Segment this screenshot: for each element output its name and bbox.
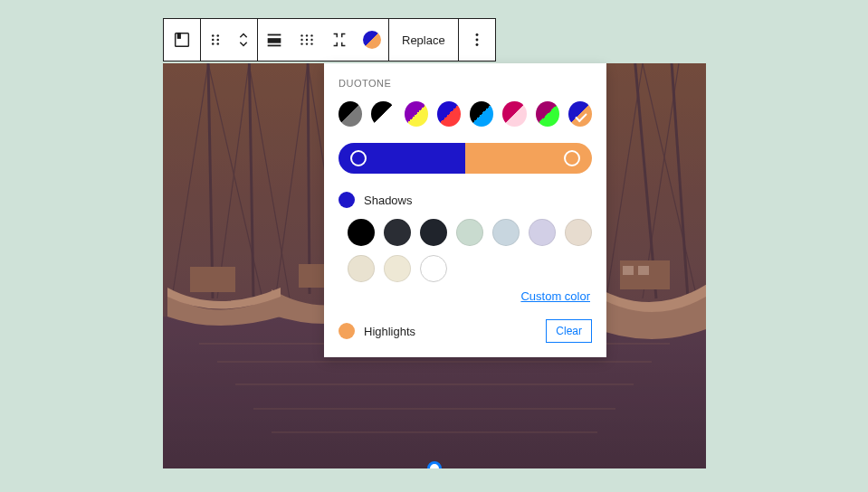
svg-point-50 (475, 43, 478, 46)
duotone-button[interactable] (356, 19, 388, 61)
highlights-section: Highlights (339, 323, 415, 339)
color-swatch[interactable] (420, 219, 447, 246)
block-toolbar: Replace (163, 18, 496, 62)
svg-point-32 (212, 39, 215, 42)
color-palette (339, 219, 592, 282)
custom-color-link[interactable]: Custom color (339, 289, 590, 303)
duotone-preset[interactable] (437, 101, 461, 127)
svg-point-30 (212, 34, 215, 37)
color-swatch[interactable] (492, 219, 520, 246)
svg-rect-38 (268, 45, 281, 47)
svg-point-41 (310, 34, 312, 36)
svg-point-34 (212, 43, 215, 45)
svg-point-49 (475, 39, 478, 42)
color-swatch[interactable] (456, 219, 483, 246)
color-swatch[interactable] (348, 219, 375, 246)
svg-point-40 (306, 34, 308, 36)
svg-point-43 (306, 39, 308, 41)
svg-point-47 (310, 43, 312, 44)
duotone-preset[interactable] (536, 101, 559, 127)
more-options-button[interactable] (459, 19, 495, 61)
svg-point-45 (300, 43, 302, 44)
popover-title: Duotone (339, 78, 592, 89)
color-swatch[interactable] (384, 255, 411, 282)
align-button[interactable] (258, 19, 291, 61)
color-swatch[interactable] (565, 219, 592, 246)
svg-point-33 (216, 39, 219, 42)
svg-rect-36 (268, 34, 281, 36)
shadows-label: Shadows (364, 194, 412, 207)
duotone-preset[interactable] (371, 101, 395, 127)
duotone-preset[interactable] (470, 101, 493, 127)
svg-point-31 (216, 34, 219, 37)
duotone-presets (339, 101, 592, 127)
gradient-handle-highlight[interactable] (564, 150, 580, 166)
duotone-preset[interactable] (405, 101, 428, 127)
move-up-down-button[interactable] (230, 19, 257, 61)
svg-point-42 (300, 39, 302, 41)
svg-point-48 (475, 33, 478, 36)
color-swatch[interactable] (384, 219, 411, 246)
duotone-preset[interactable] (568, 101, 592, 127)
duotone-preset[interactable] (339, 101, 362, 127)
color-swatch[interactable] (529, 219, 556, 246)
aspect-ratio-button[interactable] (291, 19, 323, 61)
replace-label: Replace (402, 33, 445, 47)
svg-rect-29 (177, 33, 180, 39)
shadows-swatch (339, 192, 355, 208)
highlights-label: Highlights (364, 325, 415, 338)
crop-button[interactable] (323, 19, 356, 61)
shadows-section: Shadows (339, 192, 592, 208)
duotone-gradient-bar[interactable] (339, 143, 592, 174)
svg-point-46 (306, 43, 308, 44)
gradient-handle-shadow[interactable] (350, 150, 367, 166)
svg-point-39 (300, 34, 302, 36)
svg-point-35 (216, 43, 219, 45)
color-swatch[interactable] (420, 255, 447, 282)
svg-point-44 (310, 39, 312, 41)
clear-button[interactable]: Clear (546, 319, 592, 343)
duotone-preset[interactable] (502, 101, 526, 127)
drag-handle[interactable] (201, 19, 230, 61)
svg-rect-37 (268, 38, 281, 43)
block-type-button[interactable] (164, 19, 200, 61)
highlights-swatch (339, 323, 355, 339)
color-swatch[interactable] (348, 255, 375, 282)
duotone-popover: Duotone Shadows Custom color Highlights … (324, 63, 606, 357)
duotone-icon (363, 31, 381, 49)
replace-button[interactable]: Replace (389, 19, 458, 61)
